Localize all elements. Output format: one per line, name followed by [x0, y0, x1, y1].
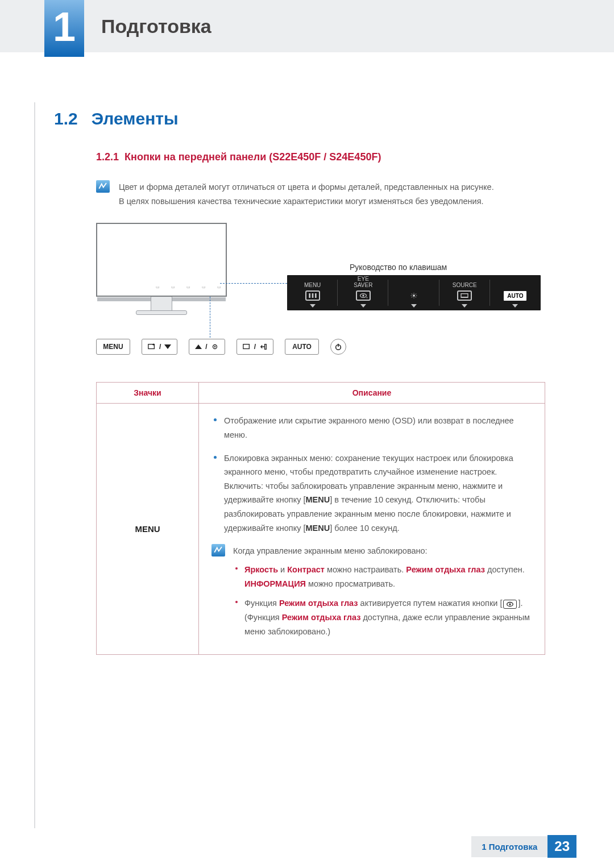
- section-heading: 1.2 Элементы: [54, 109, 560, 128]
- svg-point-20: [214, 346, 215, 348]
- svg-point-4: [362, 295, 364, 297]
- svg-rect-0: [309, 293, 310, 298]
- note-block: Цвет и форма деталей могут отличаться от…: [96, 180, 560, 208]
- phys-auto-button: AUTO: [285, 339, 319, 355]
- description-table: Значки Описание MENU Отображение или скр…: [96, 382, 545, 655]
- eye-saver-inline-icon: [503, 600, 517, 609]
- footer-chapter-label: 1 Подготовка: [471, 836, 547, 857]
- menu-icon: [305, 290, 320, 301]
- note-icon: [96, 180, 110, 193]
- left-margin-rule: [34, 102, 35, 828]
- phys-source-enter-button: /: [237, 339, 273, 355]
- row-icon-label: MENU: [97, 404, 199, 655]
- svg-rect-2: [315, 293, 317, 298]
- phys-nav-up-button: /: [189, 339, 225, 355]
- physical-button-strip: MENU + / / /: [96, 339, 346, 355]
- subsection-number: 1.2.1: [96, 151, 119, 163]
- note-line-1: Цвет и форма деталей могут отличаться от…: [119, 180, 494, 194]
- note-icon: [211, 544, 225, 556]
- row-description: Отображение или скрытие экранного меню (…: [199, 404, 545, 655]
- svg-rect-21: [243, 344, 250, 349]
- monitor-illustration: ▭▭▭▭▭: [96, 223, 227, 314]
- phys-power-button: [330, 339, 346, 355]
- figure: ▭▭▭▭▭ Руководство по клавишам MENU: [96, 223, 560, 371]
- svg-point-26: [509, 603, 511, 605]
- chapter-number: 1: [44, 3, 84, 50]
- eye-saver-icon: +: [356, 290, 371, 301]
- bullet-2: Блокировка экранных меню: сохранение тек…: [211, 451, 532, 535]
- svg-rect-1: [312, 293, 313, 298]
- svg-line-13: [412, 297, 412, 297]
- chapter-title: Подготовка: [101, 15, 211, 38]
- source-icon: [457, 290, 472, 301]
- note-line-2: В целях повышения качества технические х…: [119, 194, 494, 209]
- subsection-title: Кнопки на передней панели (S22E450F / S2…: [125, 151, 381, 163]
- key-guide-label: Руководство по клавишам: [350, 263, 447, 272]
- table-header-icons: Значки: [97, 383, 199, 404]
- section-number: 1.2: [54, 109, 78, 128]
- svg-rect-16: [461, 297, 468, 298]
- panel-label-menu: MENU: [304, 276, 321, 289]
- svg-rect-22: [265, 344, 267, 350]
- chapter-header: 1 Подготовка: [0, 0, 614, 52]
- phys-nav-down-button: + /: [142, 339, 177, 355]
- panel-auto-chip: AUTO: [504, 291, 526, 301]
- svg-line-14: [416, 294, 416, 294]
- locked-note-heading: Когда управление экранным меню заблокиро…: [233, 544, 532, 558]
- brightness-icon: [406, 290, 421, 301]
- sub-bullet-2: Функция Режим отдыха глаз активируется п…: [233, 596, 532, 638]
- footer-page-number: 23: [547, 835, 576, 858]
- chapter-number-badge: 1: [44, 0, 84, 52]
- table-row: MENU Отображение или скрытие экранного м…: [97, 404, 545, 655]
- osd-key-panel: MENU EYE SAVER + SOU: [287, 275, 541, 310]
- page-footer: 1 Подготовка 23: [471, 835, 576, 858]
- svg-text:+: +: [366, 296, 367, 299]
- panel-label-eye-saver: EYE SAVER: [354, 276, 372, 289]
- table-header-description: Описание: [199, 383, 545, 404]
- panel-label-source: SOURCE: [453, 276, 477, 289]
- svg-line-12: [416, 297, 416, 297]
- svg-text:+: +: [152, 343, 155, 347]
- subsection-heading: 1.2.1 Кнопки на передней панели (S22E450…: [96, 151, 560, 163]
- sub-bullet-1: Яркость и Контраст можно настраивать. Ре…: [233, 563, 532, 591]
- section-title: Элементы: [92, 109, 179, 128]
- bullet-1: Отображение или скрытие экранного меню (…: [211, 414, 532, 442]
- svg-point-6: [413, 294, 415, 297]
- phys-menu-button: MENU: [96, 339, 130, 355]
- svg-line-11: [412, 294, 412, 294]
